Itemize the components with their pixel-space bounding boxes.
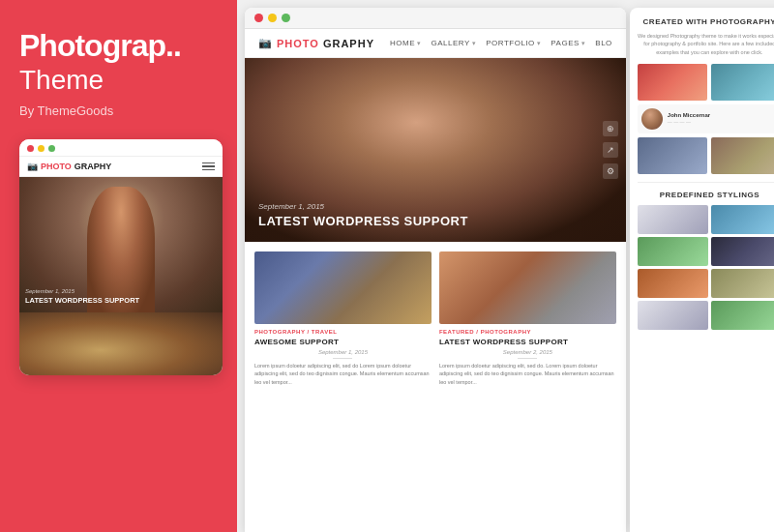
styling-thumb-1[interactable] — [638, 205, 708, 234]
sidebar-thumb-4[interactable] — [711, 137, 774, 174]
site-camera-icon: 📷 — [258, 37, 273, 49]
styling-row-2 — [638, 237, 774, 266]
posts-grid: PHOTOGRAPHY / TRAVEL AWESOME SUPPORT Sep… — [245, 242, 626, 532]
mobile-logo: 📷 PHOTOGRAPHY — [27, 162, 111, 171]
mobile-dot-green — [48, 145, 55, 152]
post-category-2: FEATURED / PHOTOGRAPHY — [439, 329, 616, 335]
nav-home-arrow: ▾ — [417, 40, 422, 47]
nav-portfolio-label: PORTFOLIO — [486, 39, 535, 47]
nav-pages[interactable]: PAGES ▾ — [551, 39, 585, 47]
styling-thumb-3[interactable] — [638, 237, 708, 266]
post-meta-1: PHOTOGRAPHY / TRAVEL AWESOME SUPPORT Sep… — [254, 329, 432, 386]
nav-blog[interactable]: BLO — [595, 39, 612, 47]
mobile-bottom-image-inner — [19, 312, 223, 375]
post-category-1: PHOTOGRAPHY / TRAVEL — [254, 329, 432, 335]
nav-home[interactable]: HOME ▾ — [390, 39, 422, 47]
post-divider-1 — [333, 358, 352, 359]
sidebar-created-title: CREATED WITH PHOTOGRAPHY — [638, 17, 774, 26]
post-date-1: September 1, 2015 — [254, 349, 432, 355]
sidebar-thumbs-row-1 — [638, 64, 774, 101]
person-info: John Miccernar — — — — — [668, 112, 774, 125]
styling-thumb-8[interactable] — [711, 301, 774, 330]
mobile-hero: September 1, 2015 LATEST WORDPRESS SUPPO… — [19, 177, 223, 312]
styling-thumbs — [638, 205, 774, 330]
hero-icon-adjust[interactable]: ⚙ — [603, 163, 618, 179]
site-logo: 📷 PHOTOGRAPHY — [258, 37, 374, 49]
mobile-hero-date: September 1, 2015 — [25, 288, 217, 294]
post-card-1: PHOTOGRAPHY / TRAVEL AWESOME SUPPORT Sep… — [254, 251, 432, 526]
theme-subtitle: Theme — [19, 65, 218, 96]
nav-portfolio-arrow: ▾ — [537, 40, 542, 47]
mobile-nav: 📷 PHOTOGRAPHY — [19, 157, 223, 177]
mobile-dots — [27, 145, 55, 152]
site-nav: 📷 PHOTOGRAPHY HOME ▾ GALLERY ▾ PORTFOLIO… — [245, 29, 626, 58]
browser-preview: 📷 PHOTOGRAPHY HOME ▾ GALLERY ▾ PORTFOLIO… — [245, 8, 626, 532]
post-excerpt-2: Lorem ipsum doloetur adipiscing elit, se… — [439, 362, 616, 386]
browser-dots — [254, 14, 290, 22]
post-title-1[interactable]: AWESOME SUPPORT — [254, 338, 432, 346]
styling-thumb-4[interactable] — [711, 237, 774, 266]
styling-row-1 — [638, 205, 774, 234]
site-hero-date: September 1, 2015 — [258, 202, 468, 211]
by-line: By ThemeGoods — [19, 103, 218, 118]
styling-thumb-2[interactable] — [711, 205, 774, 234]
post-title-2[interactable]: LATEST WORDPRESS SUPPORT — [439, 338, 616, 346]
browser-dot-red — [254, 14, 263, 22]
hero-icon-search[interactable]: ⊕ — [603, 121, 618, 136]
person-desc: — — — — — [668, 119, 774, 125]
mobile-dot-yellow — [38, 145, 45, 152]
site-logo-bold: PHOTO — [277, 38, 319, 49]
styling-thumb-5[interactable] — [638, 269, 708, 298]
styling-row-3 — [638, 269, 774, 298]
sidebar-divider — [638, 182, 774, 183]
sidebar-thumb-3[interactable] — [638, 137, 708, 174]
person-name: John Miccernar — [668, 112, 774, 118]
person-avatar — [641, 108, 663, 130]
styling-thumb-6[interactable] — [711, 269, 774, 298]
browser-dot-yellow — [268, 14, 277, 22]
nav-portfolio[interactable]: PORTFOLIO ▾ — [486, 39, 541, 47]
person-card: John Miccernar — — — — — [638, 104, 774, 133]
left-panel: Photograp.. Theme By ThemeGoods 📷 PHOTOG… — [0, 0, 237, 532]
browser-dot-green — [282, 14, 290, 22]
mobile-hero-text: September 1, 2015 LATEST WORDPRESS SUPPO… — [25, 288, 217, 305]
nav-pages-arrow: ▾ — [581, 40, 586, 47]
site-hero-text: September 1, 2015 LATEST WORDPRESS SUPPO… — [258, 202, 468, 228]
hero-icons: ⊕ ↗ ⚙ — [603, 121, 618, 179]
post-image-2 — [439, 251, 616, 324]
preview-sidebar: CREATED WITH PHOTOGRAPHY We designed Pho… — [630, 8, 774, 532]
post-date-2: September 2, 2015 — [439, 349, 616, 355]
nav-pages-label: PAGES — [551, 39, 579, 47]
mobile-preview: 📷 PHOTOGRAPHY September 1, 2015 LATEST W… — [19, 139, 223, 375]
post-divider-2 — [518, 358, 537, 359]
theme-title: Photograp.. — [19, 29, 218, 63]
post-image-1 — [254, 251, 432, 324]
browser-content: 📷 PHOTOGRAPHY HOME ▾ GALLERY ▾ PORTFOLIO… — [245, 29, 626, 532]
camera-icon: 📷 — [27, 162, 38, 171]
styling-thumb-7[interactable] — [638, 301, 708, 330]
sidebar-thumb-2[interactable] — [711, 64, 774, 101]
post-excerpt-1: Lorem ipsum doloetur adipiscing elit, se… — [254, 362, 432, 386]
sidebar-thumbs-row-2 — [638, 137, 774, 174]
site-hero: ⊕ ↗ ⚙ September 1, 2015 LATEST WORDPRESS… — [245, 58, 626, 242]
styling-row-4 — [638, 301, 774, 330]
nav-gallery-label: GALLERY — [431, 39, 469, 47]
site-hero-headline: LATEST WORDPRESS SUPPORT — [258, 214, 468, 228]
nav-gallery-arrow: ▾ — [472, 40, 477, 47]
hamburger-icon[interactable] — [202, 163, 215, 171]
site-nav-links: HOME ▾ GALLERY ▾ PORTFOLIO ▾ PAGES ▾ — [390, 39, 612, 47]
mobile-logo-normal: GRAPHY — [74, 162, 112, 171]
mobile-logo-bold: PHOTO — [41, 162, 72, 171]
sidebar-thumb-1[interactable] — [638, 64, 708, 101]
sidebar-predefined-title: PREDEFINED STYLINGS — [638, 191, 774, 199]
nav-gallery[interactable]: GALLERY ▾ — [431, 39, 476, 47]
browser-topbar — [245, 8, 626, 29]
site-logo-normal: GRAPHY — [323, 38, 374, 49]
post-card-2: FEATURED / PHOTOGRAPHY LATEST WORDPRESS … — [439, 251, 616, 526]
nav-home-label: HOME — [390, 39, 415, 47]
hero-icon-share[interactable]: ↗ — [603, 142, 618, 158]
post-meta-2: FEATURED / PHOTOGRAPHY LATEST WORDPRESS … — [439, 329, 616, 386]
mobile-dot-red — [27, 145, 34, 152]
nav-blog-label: BLO — [595, 39, 612, 47]
sidebar-created-desc: We designed Photography theme to make it… — [638, 32, 774, 56]
